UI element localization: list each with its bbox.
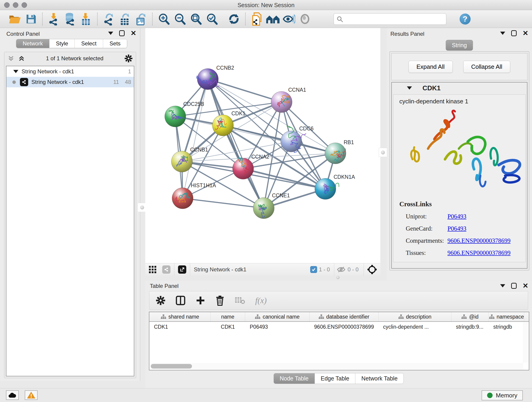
panel-float-icon[interactable]	[119, 30, 125, 36]
gear-icon[interactable]	[124, 54, 133, 63]
column-header-name[interactable]: name	[210, 312, 245, 321]
table-settings-gear-icon[interactable]	[156, 296, 165, 305]
crosslink-link[interactable]: P06493	[447, 213, 467, 220]
tab-node-table[interactable]: Node Table	[273, 373, 315, 384]
hidden-elements-eye-icon[interactable]	[336, 266, 346, 273]
zoom-selected-button[interactable]	[204, 12, 220, 26]
import-network-database-button[interactable]	[62, 12, 78, 26]
network-node-CDC25B[interactable]	[165, 106, 186, 127]
save-session-button[interactable]	[23, 12, 39, 26]
bottom-splitter-handle[interactable]	[333, 275, 342, 280]
export-table-button[interactable]	[117, 12, 133, 26]
network-edge-CCNB2-CCNA1[interactable]	[208, 79, 282, 102]
tab-select[interactable]: Select	[75, 39, 103, 48]
network-node-RB1[interactable]	[325, 143, 346, 164]
tab-sets[interactable]: Sets	[103, 39, 127, 48]
table-row[interactable]: CDK1CDK1P064939606.ENSP00000378699cyclin…	[149, 322, 529, 332]
crosslink-link[interactable]: 9606.ENSP00000378699	[447, 249, 510, 256]
panel-menu-icon[interactable]	[108, 32, 113, 35]
open-session-button[interactable]	[7, 12, 23, 26]
memory-button[interactable]: Memory	[481, 390, 523, 400]
tab-edge-table[interactable]: Edge Table	[315, 373, 355, 384]
collapse-all-button[interactable]: Collapse All	[463, 61, 510, 73]
tab-string[interactable]: String	[446, 40, 473, 51]
help-button[interactable]: ?	[460, 13, 471, 25]
panel-float-icon[interactable]	[511, 30, 517, 36]
collapse-all-chevron-icon[interactable]	[7, 55, 14, 62]
column-header-database-identifier[interactable]: database identifier	[310, 312, 379, 321]
network-row[interactable]: String Network - cdk1 11 48	[6, 77, 134, 87]
attribute-tree-icon	[255, 314, 260, 319]
network-node-HIST1H1A[interactable]	[172, 188, 193, 209]
panel-float-icon[interactable]	[511, 283, 517, 289]
right-splitter-handle[interactable]	[379, 148, 387, 157]
search-input[interactable]	[345, 16, 443, 22]
detach-view-icon[interactable]	[178, 265, 186, 274]
show-columns-icon[interactable]	[176, 295, 186, 306]
expand-all-button[interactable]: Expand All	[409, 61, 453, 73]
expand-all-chevron-icon[interactable]	[18, 55, 25, 62]
node-details-header[interactable]: CDK1	[392, 83, 527, 94]
zoom-in-button[interactable]	[156, 12, 172, 26]
panel-menu-icon[interactable]	[500, 284, 505, 287]
zoom-fit-button[interactable]	[188, 12, 204, 26]
network-from-document-button[interactable]	[249, 12, 265, 26]
collapse-node-icon[interactable]	[407, 86, 412, 89]
network-node-CDKN1A[interactable]	[315, 178, 339, 199]
crosslink-label: Tissues:	[399, 249, 447, 256]
zoom-out-button[interactable]	[172, 12, 188, 26]
delete-column-icon[interactable]	[215, 295, 225, 306]
export-network-button[interactable]	[101, 12, 117, 26]
panel-menu-icon[interactable]	[500, 32, 505, 35]
network-node-CDK1[interactable]	[212, 115, 234, 136]
panel-close-icon[interactable]: ✕	[131, 30, 136, 36]
cloud-status-button[interactable]	[6, 390, 19, 400]
warnings-button[interactable]	[25, 390, 38, 400]
scrollbar-thumb[interactable]	[151, 364, 192, 369]
selected-elements-checkbox[interactable]	[310, 266, 317, 273]
selected-node-edge-count: 1 - 0	[319, 266, 330, 273]
delete-table-icon[interactable]	[234, 296, 245, 305]
tab-network[interactable]: Network	[16, 39, 50, 48]
crosslink-label: Uniprot:	[399, 213, 447, 220]
panel-close-icon[interactable]: ✕	[523, 283, 528, 289]
import-network-file-button[interactable]	[46, 12, 62, 26]
collection-expand-icon[interactable]	[13, 70, 18, 73]
column-label: canonical name	[263, 314, 299, 320]
network-view-type-icon[interactable]	[162, 265, 171, 274]
network-manager-options-row: 1 of 1 Network selected	[4, 52, 136, 65]
network-node-CCNB1[interactable]	[171, 151, 192, 172]
column-header-description[interactable]: description	[379, 312, 451, 321]
panel-close-icon[interactable]: ✕	[523, 30, 528, 36]
grid-view-icon[interactable]	[148, 265, 157, 274]
table-vertical-scrollbar[interactable]	[523, 322, 528, 363]
apply-layout-button[interactable]	[226, 12, 242, 26]
show-all-views-button[interactable]	[265, 12, 281, 26]
column-header-shared-name[interactable]: shared name	[149, 312, 210, 321]
network-node-CCNA1[interactable]	[271, 91, 292, 113]
network-edge-HIST1H1A-CCNE1[interactable]	[183, 198, 264, 208]
column-header-namespace[interactable]: namespace	[489, 312, 524, 321]
table-horizontal-scrollbar[interactable]	[150, 363, 523, 370]
column-header-canonical-name[interactable]: canonical name	[245, 312, 310, 321]
search-box[interactable]	[334, 13, 446, 25]
export-image-button[interactable]	[133, 12, 149, 26]
network-edge-CCNB2-CCNE1[interactable]	[208, 79, 264, 208]
network-collection-row[interactable]: String Network - cdk1 1	[6, 66, 134, 77]
tab-network-table[interactable]: Network Table	[355, 373, 404, 384]
import-table-file-button[interactable]	[78, 12, 94, 26]
birds-eye-view-icon[interactable]	[367, 264, 377, 274]
crosslinks-title: CrossLinks	[399, 200, 519, 208]
column-header--id[interactable]: @id	[451, 312, 489, 321]
tab-style[interactable]: Style	[50, 39, 75, 48]
network-canvas[interactable]: CCNB2CCNA1CDC25BCDK1CDC6RB1CCNB1CCNA2CDK…	[145, 28, 380, 263]
crosslink-link[interactable]: P06493	[447, 262, 467, 262]
network-node-CCNA2[interactable]	[233, 158, 254, 179]
function-builder-icon[interactable]: f(x)	[255, 296, 267, 305]
show-hide-graphics-button[interactable]	[281, 12, 297, 26]
crosslink-link[interactable]: P06493	[447, 225, 467, 232]
network-node-CCNE1[interactable]	[253, 198, 274, 219]
crosslink-link[interactable]: 9606.ENSP00000378699	[447, 237, 510, 244]
hide-graphics-details-button[interactable]	[297, 12, 313, 26]
add-column-icon[interactable]	[196, 296, 205, 305]
